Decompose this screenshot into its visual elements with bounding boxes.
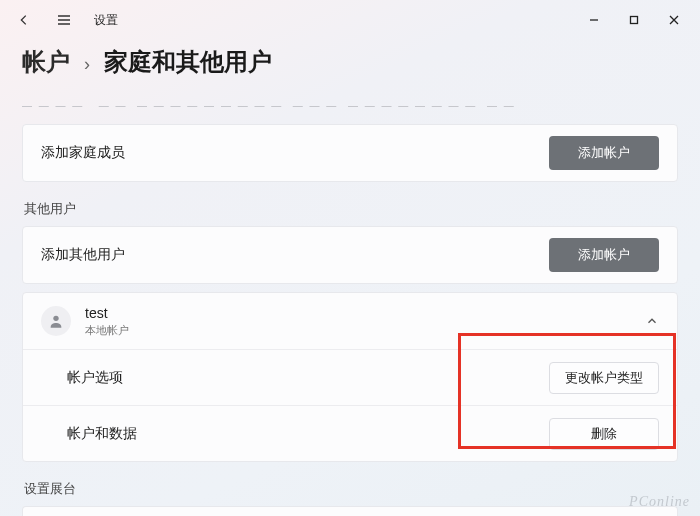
maximize-button[interactable] <box>614 6 654 34</box>
add-other-user-card: 添加其他用户 添加帐户 <box>22 226 678 284</box>
app-title: 设置 <box>94 12 118 29</box>
breadcrumb: 帐户 › 家庭和其他用户 <box>22 46 678 78</box>
kiosk-card-peek <box>22 506 678 516</box>
maximize-icon <box>629 15 639 25</box>
truncated-description: — — — — — — — — — — — — — — — — — — — — … <box>22 100 678 116</box>
family-card: 添加家庭成员 添加帐户 <box>22 124 678 182</box>
svg-rect-0 <box>631 17 638 24</box>
add-other-user-label: 添加其他用户 <box>41 246 125 264</box>
person-icon <box>48 313 64 329</box>
user-test-card: test 本地帐户 帐户选项 更改帐户类型 帐户和数据 删除 <box>22 292 678 462</box>
menu-button[interactable] <box>46 2 82 38</box>
user-header-row[interactable]: test 本地帐户 <box>23 293 677 349</box>
user-subtitle: 本地帐户 <box>85 323 129 338</box>
breadcrumb-root[interactable]: 帐户 <box>22 46 70 78</box>
add-other-account-button[interactable]: 添加帐户 <box>549 238 659 272</box>
breadcrumb-separator: › <box>84 54 90 75</box>
change-account-type-button[interactable]: 更改帐户类型 <box>549 362 659 394</box>
hamburger-icon <box>56 12 72 28</box>
close-button[interactable] <box>654 6 694 34</box>
svg-point-1 <box>53 316 58 321</box>
remove-account-button[interactable]: 删除 <box>549 418 659 450</box>
minimize-icon <box>589 15 599 25</box>
content-area: 帐户 › 家庭和其他用户 — — — — — — — — — — — — — —… <box>0 40 700 516</box>
account-options-label: 帐户选项 <box>67 369 123 387</box>
avatar <box>41 306 71 336</box>
add-family-account-button[interactable]: 添加帐户 <box>549 136 659 170</box>
watermark: PConline <box>629 494 690 510</box>
titlebar: 设置 <box>0 0 700 40</box>
chevron-up-icon <box>645 314 659 328</box>
collapse-chevron[interactable] <box>645 314 659 328</box>
other-users-heading: 其他用户 <box>24 200 676 218</box>
user-name: test <box>85 305 129 321</box>
arrow-left-icon <box>17 13 31 27</box>
close-icon <box>669 15 679 25</box>
breadcrumb-current: 家庭和其他用户 <box>104 46 272 78</box>
add-family-member-row: 添加家庭成员 添加帐户 <box>23 125 677 181</box>
add-other-user-row: 添加其他用户 添加帐户 <box>23 227 677 283</box>
kiosk-heading: 设置展台 <box>24 480 676 498</box>
minimize-button[interactable] <box>574 6 614 34</box>
account-data-label: 帐户和数据 <box>67 425 137 443</box>
account-data-row: 帐户和数据 删除 <box>23 405 677 461</box>
account-options-row: 帐户选项 更改帐户类型 <box>23 349 677 405</box>
add-family-member-label: 添加家庭成员 <box>41 144 125 162</box>
back-button[interactable] <box>6 2 42 38</box>
